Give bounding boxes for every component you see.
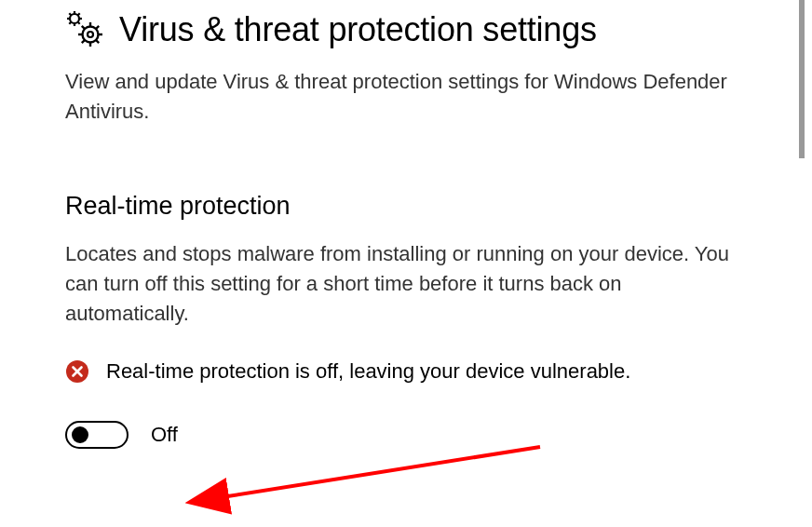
svg-line-5 xyxy=(69,13,71,15)
warning-row: Real-time protection is off, leaving you… xyxy=(65,359,747,384)
svg-line-16 xyxy=(96,40,99,43)
page-description: View and update Virus & threat protectio… xyxy=(65,67,747,127)
error-icon xyxy=(65,359,89,384)
section-title-realtime: Real-time protection xyxy=(65,192,747,221)
svg-line-18 xyxy=(96,26,99,29)
vertical-scrollbar[interactable] xyxy=(799,0,805,158)
page-title: Virus & threat protection settings xyxy=(119,10,597,49)
realtime-protection-toggle[interactable] xyxy=(65,421,129,449)
svg-line-23 xyxy=(222,447,540,497)
section-description-realtime: Locates and stops malware from installin… xyxy=(65,239,747,329)
svg-point-10 xyxy=(88,32,93,37)
toggle-row: Off xyxy=(65,421,747,449)
toggle-knob xyxy=(72,426,88,443)
svg-line-15 xyxy=(82,26,85,29)
svg-line-17 xyxy=(82,40,85,43)
warning-text: Real-time protection is off, leaving you… xyxy=(106,359,630,384)
gear-icon xyxy=(65,9,106,50)
svg-line-7 xyxy=(69,22,71,24)
svg-line-8 xyxy=(78,13,80,15)
svg-point-9 xyxy=(83,27,99,43)
svg-line-6 xyxy=(78,22,80,24)
toggle-label: Off xyxy=(151,423,178,447)
page-title-row: Virus & threat protection settings xyxy=(65,9,747,50)
